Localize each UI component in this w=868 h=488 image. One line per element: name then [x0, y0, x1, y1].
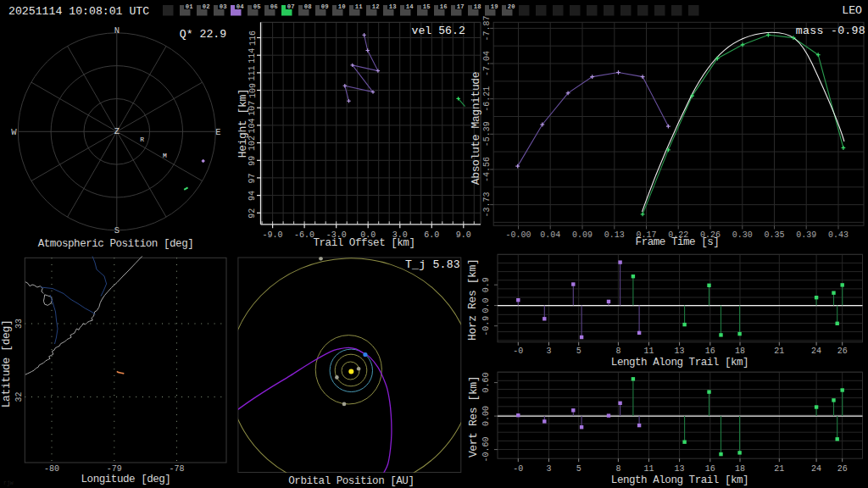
svg-text:N: N — [114, 25, 120, 36]
svg-text:99: 99 — [248, 156, 258, 166]
svg-text:16: 16 — [705, 464, 715, 474]
svg-text:-80: -80 — [44, 464, 59, 474]
svg-text:0.9: 0.9 — [482, 277, 492, 292]
svg-text:13: 13 — [675, 464, 685, 474]
svg-text:Q* 22.9: Q* 22.9 — [180, 28, 226, 41]
svg-text:116: 116 — [248, 30, 258, 46]
svg-text:Horz Res [km]: Horz Res [km] — [467, 259, 480, 341]
svg-text:Latitude [deg]: Latitude [deg] — [0, 320, 13, 408]
svg-text:111: 111 — [248, 65, 258, 80]
svg-text:01: 01 — [186, 3, 193, 10]
svg-text:-4.56: -4.56 — [482, 157, 492, 182]
svg-text:0.39: 0.39 — [796, 230, 816, 240]
svg-text:33: 33 — [14, 319, 24, 329]
svg-text:Atmospheric Position [deg]: Atmospheric Position [deg] — [38, 238, 194, 250]
svg-text:0.00: 0.00 — [482, 406, 492, 426]
svg-text:104: 104 — [248, 118, 258, 133]
svg-text:-79: -79 — [107, 464, 122, 474]
svg-text:9.0: 9.0 — [456, 230, 471, 240]
svg-text:Height [km]: Height [km] — [236, 89, 249, 158]
svg-text:0.0: 0.0 — [482, 298, 492, 313]
svg-text:E: E — [215, 127, 220, 137]
svg-text:11: 11 — [643, 464, 654, 474]
svg-text:06: 06 — [270, 3, 278, 10]
svg-text:18: 18 — [735, 464, 745, 474]
svg-text:-6.0: -6.0 — [294, 230, 314, 240]
svg-text:04: 04 — [236, 3, 244, 10]
svg-text:107: 107 — [248, 101, 258, 116]
svg-text:M: M — [163, 152, 167, 159]
svg-text:vel 56.2: vel 56.2 — [411, 25, 465, 37]
svg-text:16: 16 — [705, 347, 715, 356]
svg-text:-0.9: -0.9 — [482, 316, 492, 336]
svg-text:10: 10 — [338, 3, 346, 10]
svg-text:Trail Offset [km]: Trail Offset [km] — [314, 237, 415, 249]
svg-text:26: 26 — [837, 347, 848, 356]
svg-text:0.60: 0.60 — [482, 373, 492, 393]
svg-text:19: 19 — [491, 3, 498, 10]
svg-text:07: 07 — [287, 3, 295, 10]
svg-text:Length Along Trail [km]: Length Along Trail [km] — [611, 357, 748, 369]
svg-text:09: 09 — [321, 3, 329, 10]
svg-text:LEO: LEO — [842, 4, 862, 17]
svg-text:3: 3 — [546, 464, 551, 474]
svg-text:-7.04: -7.04 — [482, 51, 492, 76]
svg-text:13: 13 — [389, 3, 397, 10]
svg-text:8: 8 — [615, 464, 620, 474]
svg-text:0.43: 0.43 — [828, 230, 849, 240]
svg-text:W: W — [11, 127, 17, 137]
svg-text:13: 13 — [675, 347, 685, 356]
svg-text:24: 24 — [811, 347, 821, 356]
svg-text:24: 24 — [811, 464, 821, 474]
svg-text:16: 16 — [440, 3, 448, 10]
svg-text:32: 32 — [14, 391, 24, 402]
svg-text:3: 3 — [546, 347, 551, 356]
svg-text:02: 02 — [203, 3, 210, 10]
svg-text:6.0: 6.0 — [424, 230, 439, 240]
svg-text:20251114 10:08:01 UTC: 20251114 10:08:01 UTC — [8, 5, 149, 18]
svg-text:21: 21 — [774, 347, 784, 356]
svg-text:-78: -78 — [169, 464, 184, 474]
svg-text:114: 114 — [248, 48, 258, 64]
svg-text:S: S — [114, 225, 120, 236]
svg-text:0.30: 0.30 — [732, 230, 753, 240]
svg-text:0.04: 0.04 — [540, 230, 560, 240]
svg-text:Z: Z — [114, 126, 120, 136]
svg-text:Vert Res [km]: Vert Res [km] — [467, 376, 480, 458]
svg-text:mass -0.98: mass -0.98 — [796, 25, 865, 37]
svg-text:T_j 5.83: T_j 5.83 — [405, 258, 460, 271]
svg-text:-7.87: -7.87 — [482, 15, 492, 41]
svg-text:Absolute Magnitude: Absolute Magnitude — [470, 72, 482, 185]
svg-text:-0.60: -0.60 — [482, 437, 492, 463]
svg-text:11: 11 — [355, 3, 363, 10]
svg-text:102: 102 — [248, 136, 258, 151]
svg-text:5: 5 — [576, 347, 581, 356]
svg-text:12: 12 — [372, 3, 380, 10]
svg-text:-0.00: -0.00 — [505, 230, 531, 240]
svg-text:109: 109 — [248, 83, 258, 98]
svg-text:94: 94 — [248, 191, 258, 201]
svg-text:05: 05 — [253, 3, 261, 10]
svg-text:-0: -0 — [513, 347, 523, 356]
svg-text:15: 15 — [423, 3, 431, 10]
svg-text:rjw: rjw — [3, 480, 14, 486]
svg-text:97: 97 — [248, 173, 258, 183]
svg-text:03: 03 — [220, 3, 227, 10]
svg-text:Orbital Position [AU]: Orbital Position [AU] — [288, 475, 414, 487]
svg-text:17: 17 — [457, 3, 465, 10]
svg-text:Longitude [deg]: Longitude [deg] — [81, 474, 171, 485]
svg-text:92: 92 — [248, 208, 258, 219]
svg-text:0.13: 0.13 — [604, 230, 625, 240]
svg-text:8: 8 — [615, 347, 620, 356]
svg-text:08: 08 — [304, 3, 312, 10]
svg-text:0.09: 0.09 — [572, 230, 593, 240]
svg-text:-5.39: -5.39 — [482, 121, 492, 147]
svg-text:21: 21 — [774, 464, 784, 474]
svg-text:-9.0: -9.0 — [263, 230, 283, 240]
svg-text:-6.21: -6.21 — [482, 86, 492, 112]
svg-text:-0: -0 — [513, 464, 523, 474]
svg-text:14: 14 — [406, 3, 414, 10]
svg-text:11: 11 — [643, 347, 654, 356]
svg-text:0.35: 0.35 — [764, 230, 784, 240]
svg-text:18: 18 — [735, 347, 745, 356]
